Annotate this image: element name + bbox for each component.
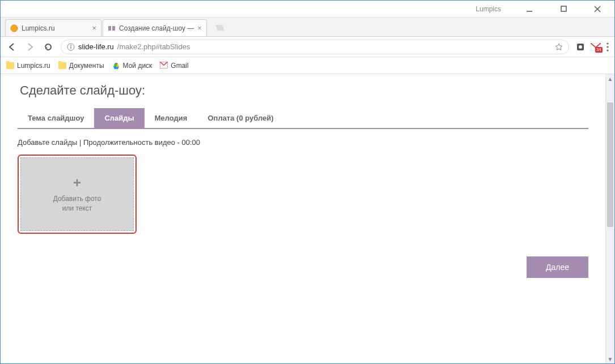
gmail-badge: 34 — [595, 47, 603, 53]
info-icon — [67, 43, 75, 51]
svg-marker-20 — [113, 67, 119, 69]
favicon-icon — [10, 24, 18, 32]
maximize-button[interactable] — [552, 1, 575, 17]
add-slide-button[interactable]: + Добавить фото или текст — [20, 157, 134, 231]
tab-title: Создание слайд-шоу — — [119, 24, 194, 32]
tab-payment[interactable]: Оплата (0 рублей) — [197, 108, 283, 128]
svg-point-17 — [606, 49, 608, 51]
gmail-letter-icon — [160, 62, 168, 70]
svg-rect-1 — [561, 6, 566, 11]
svg-point-15 — [606, 42, 608, 44]
bookmark-item[interactable]: Gmail — [160, 62, 188, 70]
add-slide-highlight: + Добавить фото или текст — [18, 155, 137, 234]
svg-marker-7 — [215, 25, 224, 31]
svg-rect-5 — [108, 26, 111, 31]
close-icon[interactable]: × — [92, 24, 96, 32]
bookmark-item[interactable]: Документы — [58, 62, 104, 70]
url-path: /make2.php#tabSlides — [117, 42, 190, 51]
tab-slides[interactable]: Слайды — [94, 108, 144, 128]
tab-theme[interactable]: Тема слайдшоу — [18, 108, 94, 128]
extension-icon[interactable] — [576, 42, 585, 52]
gmail-icon[interactable]: 34 — [591, 43, 601, 51]
viewport: Сделайте слайд-шоу: Тема слайдшоу Слайды… — [1, 74, 614, 363]
tab-melody[interactable]: Мелодия — [145, 108, 198, 128]
svg-point-4 — [11, 25, 18, 32]
svg-point-11 — [70, 45, 71, 46]
svg-marker-8 — [45, 46, 48, 49]
menu-icon[interactable] — [606, 42, 609, 52]
bookmark-label: Lumpics.ru — [17, 62, 50, 70]
window-title: Lumpics — [476, 5, 507, 13]
page-title: Сделайте слайд-шоу: — [20, 83, 588, 98]
titlebar: Lumpics — [1, 1, 614, 18]
tab-title: Lumpics.ru — [22, 24, 88, 32]
scroll-thumb[interactable] — [607, 102, 613, 227]
bookmarks-bar: Lumpics.ru Документы Мой диск Gmail — [1, 57, 614, 74]
browser-tabbar: Lumpics.ru × Создание слайд-шоу — × — [1, 18, 614, 37]
folder-icon — [6, 62, 14, 69]
scroll-up-icon[interactable]: ▲ — [606, 74, 614, 83]
favicon-icon — [108, 24, 116, 32]
minimize-button[interactable] — [518, 1, 541, 17]
browser-tab-0[interactable]: Lumpics.ru × — [5, 19, 101, 36]
browser-tab-1[interactable]: Создание слайд-шоу — × — [103, 19, 207, 36]
inner-tabs: Тема слайдшоу Слайды Мелодия Оплата (0 р… — [18, 108, 588, 129]
page-content: Сделайте слайд-шоу: Тема слайдшоу Слайды… — [1, 74, 605, 363]
svg-rect-6 — [112, 26, 115, 31]
bookmark-label: Мой диск — [123, 62, 152, 70]
next-button[interactable]: Далее — [527, 256, 588, 278]
plus-icon: + — [73, 175, 81, 191]
svg-point-16 — [606, 46, 608, 48]
url-input[interactable]: slide-life.ru/make2.php#tabSlides — [61, 40, 569, 54]
add-line1: Добавить фото — [53, 194, 101, 204]
svg-point-13 — [579, 45, 582, 49]
back-button[interactable] — [6, 42, 18, 52]
bookmark-label: Документы — [69, 62, 104, 70]
star-icon[interactable] — [555, 43, 563, 51]
close-icon[interactable]: × — [197, 24, 202, 32]
reload-button[interactable] — [43, 42, 54, 52]
new-tab-button[interactable] — [211, 22, 226, 34]
bookmark-item[interactable]: Мой диск — [112, 62, 152, 70]
drive-icon — [112, 62, 120, 70]
bookmark-item[interactable]: Lumpics.ru — [6, 62, 50, 70]
browser-window: Lumpics Lumpics.ru × Создание слайд-ш — [0, 0, 615, 364]
add-line2: или текст — [62, 204, 92, 213]
bookmark-label: Gmail — [171, 62, 188, 70]
address-bar: slide-life.ru/make2.php#tabSlides 34 — [1, 37, 614, 57]
forward-button[interactable] — [24, 42, 36, 52]
folder-icon — [58, 62, 66, 69]
url-host: slide-life.ru — [78, 42, 114, 51]
scrollbar[interactable]: ▲ ▼ — [605, 74, 614, 363]
close-button[interactable] — [586, 1, 609, 17]
scroll-down-icon[interactable]: ▼ — [606, 354, 614, 363]
hint-text: Добавьте слайды | Продолжительность виде… — [18, 138, 588, 147]
